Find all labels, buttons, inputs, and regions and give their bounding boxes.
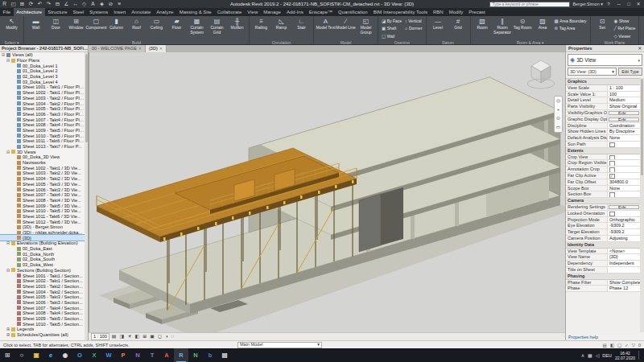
property-row[interactable]: Sun Path [566,142,640,148]
close-button[interactable]: ✕ [634,0,643,8]
property-row[interactable]: Camera [566,198,640,204]
property-row[interactable]: Title on Sheet [566,267,640,274]
ribbon-tab[interactable]: Precast [466,8,488,16]
property-value[interactable]: {3D} [608,254,640,260]
ribbon-button[interactable]: ⌂ Dormer [403,25,424,33]
infocenter-search-input[interactable] [489,2,570,7]
browser-tree-item[interactable]: Sheet 1009 - Takt5 / Section... [0,316,85,322]
file-explorer[interactable]: ▣ [29,348,43,362]
pan-icon[interactable]: + [557,107,560,113]
reveal-hidden-icon[interactable]: ◑ [165,333,168,340]
ribbon-tab[interactable]: Steel [70,8,87,16]
browser-tree-item[interactable]: Sheet 1002 - Takt1 / Floor Pla... [0,90,85,96]
project-browser-title[interactable]: Project Browser - 242-018171-NB_SOFi... [0,45,88,52]
ribbon-button[interactable]: ⊞ Window [66,17,86,40]
browser-tree-item[interactable]: ⊟ Sections (Building Section) [0,268,85,274]
browser-tree-item[interactable]: Sheet 1004 - Takt2 / Section... [0,289,85,294]
revit[interactable]: R [174,348,188,362]
notepad[interactable]: ▤ [217,348,232,362]
browser-tree-item[interactable]: Sheet 1005 - Takt3 / Section... [0,294,85,300]
property-value[interactable]: Medium [608,97,640,103]
browser-tree-item[interactable]: ⊟ Elevations (Building Elevation) [0,241,85,246]
shadows-icon[interactable]: ◧ [135,333,140,340]
property-value[interactable]: 304800.0 [608,179,640,185]
property-row[interactable]: Phase Phase 12 [566,286,640,292]
browser-tree-item[interactable]: Sheet 1009 - Takt5 / Floor Pla... [0,128,85,134]
browser-scrollbar[interactable] [85,52,88,340]
browser-tree-item[interactable]: ⊞ Schedules/Quantities (all) [0,332,85,338]
temporary-view-properties-icon[interactable]: ◌ [171,333,175,340]
view-tab-close-icon[interactable]: ✕ [138,45,142,52]
browser-tree-item[interactable]: Sheet 1008 - Takt4 / 3D Vie... [0,198,85,204]
property-value[interactable]: Orthographic [608,217,640,223]
drawing-area[interactable]: ◎+⊙▭ [89,52,565,332]
property-value[interactable]: None [608,186,640,191]
ribbon-button[interactable]: ◇ Viewer [613,32,638,40]
property-row[interactable]: View Name {3D} [566,254,640,261]
browser-tree-item[interactable]: 01_Doka_Level 2 [0,68,85,74]
property-value[interactable]: Independent [608,261,640,266]
design-options-icon[interactable]: ◧ [610,343,614,348]
property-value[interactable]: Edit... [609,117,639,121]
property-value[interactable] [608,142,640,147]
property-row[interactable]: Show Hidden Lines By Discipline [566,129,640,135]
property-row[interactable]: Rendering Settings Edit... [566,204,640,211]
browser-tree-item[interactable]: Sheet 1012 - Takt6 / 3D Vie... [0,219,85,224]
save-icon[interactable]: ⊞ [18,0,27,8]
ribbon-button[interactable]: ╫ Mullion [227,17,247,40]
browser-tree-item[interactable]: Sheet 1005 - Takt3 / Floor Pla... [0,106,85,112]
property-row[interactable]: Detail Level Medium [566,97,640,104]
browser-tree-item[interactable]: Sheet 1004 - Takt2 / 3D Vie... [0,176,85,182]
ribbon-button[interactable]: ≡ Railing [251,17,271,40]
powerpoint[interactable]: P [116,348,130,362]
browser-tree-item[interactable]: ⊟ Views (all) [0,52,85,58]
browser-tree-item[interactable]: {3D} - Berger.Simon [0,224,85,230]
ribbon-button[interactable]: ◺ Ramp [271,17,291,40]
browser-tree-item[interactable]: Sheet 1008 - Takt4 / Section... [0,311,85,316]
property-row[interactable]: Graphic Display Options Edit... [566,117,640,123]
ribbon-tab[interactable]: Annotate [129,8,154,16]
browser-tree-item[interactable]: 00_Doka_3D View [0,154,85,160]
property-value[interactable] [608,167,640,172]
browser-tree-item[interactable]: 01_Doka_North [0,251,85,257]
property-value[interactable]: Edit... [609,111,639,115]
ribbon-tab[interactable]: RBN [430,8,446,16]
browser-tree-item[interactable]: Sheet 1006 - Takt3 / 3D Vie... [0,187,85,192]
maximize-button[interactable]: □ [624,0,634,8]
text-icon[interactable]: A [89,0,97,8]
chrome-browser[interactable]: ◉ [58,348,72,362]
browser-tree-item[interactable]: 02_Doka_South [0,257,85,262]
property-value[interactable]: By Discipline [608,129,640,134]
property-row[interactable]: Locked Orientation [566,211,640,217]
measure-icon[interactable]: ∠ [62,0,71,8]
signed-in-user[interactable]: Berger.Simon ▾ [572,2,603,6]
browser-tree-item[interactable]: Sheet 1009 - Takt5 / 3D Vie... [0,203,85,208]
ribbon-button[interactable]: ∟ Stair [291,17,312,40]
property-row[interactable]: Dependency Independent [566,261,640,267]
browser-tree-item[interactable]: ⊟ 3D Views [0,149,85,154]
ribbon-button[interactable]: ╱ Ref Plane [613,25,638,33]
ribbon-tab[interactable]: Collaborate [214,8,245,16]
browser-tree-item[interactable]: Sheet 1007 - Takt4 / 3D Vie... [0,192,85,198]
language-indicator[interactable]: DEU [602,353,612,358]
ribbon-tab[interactable]: BIM Interoperability Tools [370,8,430,16]
browser-tree-item[interactable]: Sheet 1010 - Takt5 / Section... [0,321,85,327]
redo-icon[interactable]: ↷ [44,0,53,8]
show-desktop-button[interactable] [638,351,642,360]
ribbon-button[interactable]: ∕ Model Line [336,17,356,40]
properties-close-icon[interactable]: ✕ [638,46,642,51]
ribbon-tab[interactable]: Massing & Site [176,8,214,16]
ribbon-tab[interactable]: Analyze [154,8,176,16]
browser-tree-item[interactable]: Sheet 1007 - Takt4 / Section... [0,305,85,311]
property-row[interactable]: Visibility/Graphics Over... Edit... [566,110,640,117]
property-row[interactable]: Section Box [566,191,640,198]
type-selector[interactable]: ◈ 3D View ▾ [568,54,642,66]
ribbon-button[interactable]: ⊚ Tag Area [553,25,588,33]
property-value[interactable]: 100 [608,92,640,97]
browser-tree-item[interactable]: Sheet 1004 - Takt2 / Floor Pla... [0,101,85,106]
browser-tree-item[interactable]: Sheet 1010 - Takt5 / 3D Vie... [0,208,85,214]
property-row[interactable]: View Scale 1 : 100 [566,85,640,92]
browser-tree-item[interactable]: Sheet 1003 - Takt2 / Section... [0,284,85,290]
ribbon-tab[interactable]: Add-Ins [283,8,306,16]
property-value[interactable] [608,267,640,273]
